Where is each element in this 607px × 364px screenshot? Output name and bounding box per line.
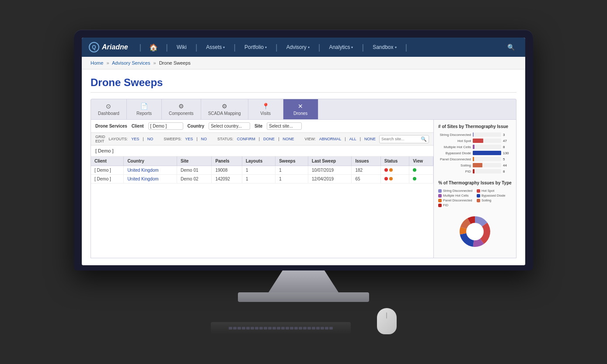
bar-track [473,169,501,173]
tab-reports-label: Reports [136,111,152,116]
country-select[interactable]: Select country... [209,122,250,130]
sweeps-label: SWEEPS: [164,137,181,141]
desk-items [211,308,397,334]
legend-dot [438,204,442,207]
tab-visits[interactable]: 📍 Visits [248,99,283,119]
status-label: STATUS: [217,137,234,141]
search-icon[interactable]: 🔍 [504,44,518,51]
view-abnormal-link[interactable]: ABNORMAL [319,137,342,141]
breadcrumb-advisory[interactable]: Advisory Services [112,60,150,66]
cell-panels: 142092 [212,175,242,184]
bar-row: Hot Spot 47 [438,139,512,143]
nav-sandbox-label: Sandbox [373,44,393,50]
tab-dashboard[interactable]: ⊙ Dashboard [91,99,127,119]
table-row[interactable]: [ Demo ] United Kingdom Demo 02 142092 1… [91,175,433,184]
country-label: Country [188,124,204,128]
keyboard [211,322,351,334]
content-area: Drone Services Client [ Demo ] Country S… [91,119,516,258]
view-sep1: | [345,137,345,141]
legend-item: Panel Disconnected [438,198,473,202]
client-select[interactable]: [ Demo ] [148,122,183,130]
donut-chart: % of Thermography Issues by Type String … [438,180,512,253]
bar-label: Soiling [438,163,471,167]
view-none-link[interactable]: NONE [364,137,376,141]
nav-divider-2: | [166,43,168,52]
bar-track [473,139,501,143]
bar-row: Bypassed Diode 130 [438,151,512,155]
th-sweeps: Sweeps [276,156,308,166]
layouts-no-link[interactable]: NO [147,137,153,141]
demo-label: [ Demo ] [91,146,433,156]
tab-scada[interactable]: ⚙ SCADA Mapping [201,99,248,119]
legend-item: Soiling [477,198,512,202]
cell-status [380,166,409,175]
sweeps-no-link[interactable]: NO [201,137,207,141]
table-row[interactable]: [ Demo ] United Kingdom Demo 01 19008 1 … [91,166,433,175]
tab-drones-label: Drones [293,111,307,116]
legend-dot [477,194,480,198]
view-sep2: | [360,137,361,141]
search-input[interactable] [381,137,421,141]
tab-reports[interactable]: 📄 Reports [127,99,162,119]
bar-value: 8 [503,145,512,149]
legend-label: Soiling [481,198,492,202]
nav-item-portfolio[interactable]: Portfolio ▾ [240,38,271,57]
cell-sweeps: 1 [276,175,308,184]
th-view: View [409,156,433,166]
nav-item-analytics[interactable]: Analytics ▾ [324,38,357,57]
breadcrumb-sep-1: » [106,60,109,66]
bar-value: 44 [503,163,512,167]
analytics-dropdown-arrow: ▾ [351,45,353,49]
home-icon[interactable]: 🏠 [146,43,161,52]
nav-item-assets[interactable]: Assets ▾ [202,38,229,57]
bar-label: Panel Disconnected [438,157,471,161]
status-confirm-link[interactable]: CONFIRM [237,137,255,141]
monitor-stand [269,270,338,292]
legend-dot [477,189,480,193]
layouts-label: LAYOUTS: [109,137,128,141]
nav-item-wiki[interactable]: Wiki [172,38,191,57]
cell-last-sweep: 10/07/2019 [308,166,352,175]
nav-item-sandbox[interactable]: Sandbox ▾ [368,38,401,57]
status-dot-2 [389,177,393,180]
sub-filter-bar: GRID EDIT LAYOUTS: YES | NO SWEEPS: YES … [91,133,433,146]
bar-value: 5 [503,157,512,161]
bar-value: 8 [503,170,512,173]
scada-icon: ⚙ [222,103,227,110]
status-done-link[interactable]: DONE [263,137,275,141]
donut-center [467,224,483,239]
legend-dot [477,199,480,202]
th-last-sweep: Last Sweep [308,156,352,166]
tab-drones[interactable]: ✕ Drones [283,99,318,119]
layouts-sep: | [143,137,143,141]
tab-scada-label: SCADA Mapping [208,111,241,116]
sweeps-yes-link[interactable]: YES [185,137,193,141]
bar-row: Multiple Hot Cells 8 [438,145,512,149]
cell-client: [ Demo ] [91,166,124,175]
bar-fill [473,157,474,161]
monitor-base [238,292,369,302]
nav-advisory-label: Advisory [286,44,307,50]
bar-fill [473,132,473,137]
bar-track [473,145,501,149]
site-select[interactable]: Select site... [267,122,302,130]
nav-item-advisory[interactable]: Advisory ▾ [282,38,314,57]
nav-divider-5: | [276,43,278,52]
bar-chart: # of Sites by Thermography Issue String … [438,124,512,173]
th-country: Country [124,156,177,166]
nav-assets-label: Assets [206,44,222,50]
nav-logo[interactable]: Ariadne [89,42,128,52]
breadcrumb-home[interactable]: Home [91,60,103,66]
data-table: Client Country Site Panels Layouts Sweep… [91,156,433,184]
legend-item: String Disconnected [438,189,473,193]
view-dot [413,177,416,180]
legend-dot [438,189,442,193]
status-none-link[interactable]: NONE [283,137,294,141]
search-box: 🔍 [379,135,429,143]
layouts-yes-link[interactable]: YES [131,137,139,141]
view-all-link[interactable]: ALL [349,137,356,141]
bar-row: Soiling 44 [438,163,512,167]
tab-components[interactable]: ⚙ Components [162,99,201,119]
search-button[interactable]: 🔍 [421,136,427,142]
left-panel: Drone Services Client [ Demo ] Country S… [91,120,433,258]
